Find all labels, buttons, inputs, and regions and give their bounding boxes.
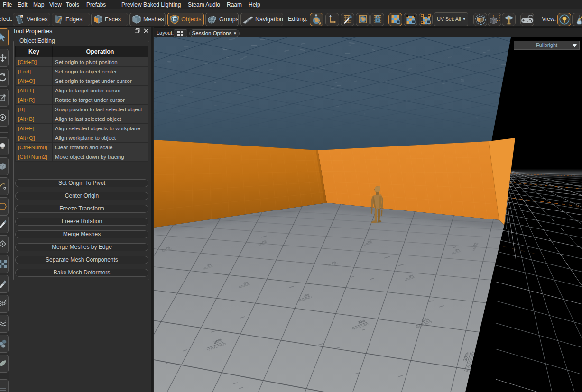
svg-text:E: E bbox=[173, 16, 176, 23]
